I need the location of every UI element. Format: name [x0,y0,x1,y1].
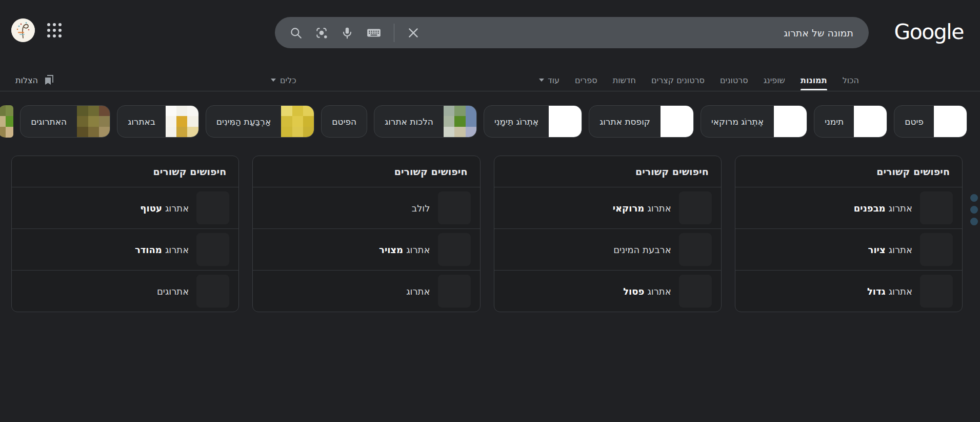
scroll-marker-dot[interactable] [970,206,978,214]
tab-more[interactable]: עוד [539,69,559,91]
google-lens-icon[interactable] [315,26,328,40]
tab-books[interactable]: ספרים [575,69,597,91]
scroll-marker-dot[interactable] [970,218,978,225]
chip-thumbnail [934,105,967,138]
related-search-item[interactable]: אתרוגמהודר [12,228,238,270]
search-type-tabs: הכול תמונות שופינג סרטונים סרטונים קצרים… [539,69,859,91]
chip-thumbnail [444,105,476,138]
profile-avatar[interactable] [11,18,35,42]
search-query-input[interactable]: תמונה של אתרוג [784,17,853,48]
google-logo[interactable]: Google [894,18,964,45]
tab-images[interactable]: תמונות [801,69,827,91]
tab-news[interactable]: חדשות [613,69,636,91]
tab-shopping[interactable]: שופינג [764,69,785,91]
chip-thumbnail [166,105,198,138]
item-thumbnail-placeholder [679,275,712,308]
related-search-item[interactable]: אתרוגמצויר [253,228,479,270]
item-thumbnail-placeholder [438,191,471,224]
chip-baetrog[interactable]: באתרוג [117,105,199,138]
scroll-marker-dot[interactable] [970,194,978,202]
chevron-down-icon [271,79,276,82]
item-thumbnail-placeholder [679,233,712,266]
search-icon[interactable] [289,26,303,40]
chip-haetrogim[interactable]: האתרוגים [20,105,110,138]
chip-teimani[interactable]: תימני [814,105,887,138]
tab-all[interactable]: הכול [843,69,859,91]
item-thumbnail-placeholder [920,191,953,224]
item-thumbnail-placeholder [920,233,953,266]
card-title: חיפושים קשורים [12,156,238,187]
related-search-item[interactable]: אתרוגעטוף [12,187,238,228]
google-images-results-page: תמונה של אתרוג Google הכול תמונות שופינג… [0,0,980,422]
related-search-item[interactable]: אתרוגגדול [735,270,962,312]
item-thumbnail-placeholder [196,275,229,308]
chip-etrog-teimani[interactable]: אֶתְרוֹג תֵּימָנִי [484,105,582,138]
chip-thumbnail [854,105,887,138]
item-thumbnail-placeholder [196,191,229,224]
chevron-down-icon [539,79,544,82]
item-thumbnail-placeholder [196,233,229,266]
related-search-item[interactable]: אתרוגים [12,270,238,312]
saved-collections-button[interactable]: הצלות [15,69,54,91]
tools-button[interactable]: כלים [271,69,296,91]
clear-icon[interactable] [407,26,420,40]
item-thumbnail-placeholder [679,191,712,224]
searchbar-divider [394,24,394,42]
related-search-item[interactable]: אתרוגפסול [494,270,721,312]
related-search-item[interactable]: אתרוג [253,270,479,312]
chip-hilchot-etrog[interactable]: הלכות אתרוג [374,105,477,138]
related-search-item[interactable]: אתרוגמרוקאי [494,187,721,228]
card-title: חיפושים קשורים [735,156,962,187]
related-searches-card: חיפושים קשורים אתרוגעטוף אתרוגמהודר אתרו… [11,156,239,312]
related-chips-row: פיטם תימני אֶתְרוֹג מרוקאי קופסת אתרוג א… [0,105,967,138]
tab-videos[interactable]: סרטונים [720,69,748,91]
related-search-item[interactable]: אתרוגמבפנים [735,187,962,228]
related-searches-card: חיפושים קשורים אתרוגמבפנים אתרוגציור אתר… [735,156,963,312]
chip-clipped-fragment[interactable] [0,105,13,138]
tab-short-videos[interactable]: סרטונים קצרים [651,69,705,91]
chip-thumbnail [661,105,693,138]
chip-thumbnail [77,105,110,138]
chip-thumbnail [774,105,807,138]
chip-thumbnail [281,105,314,138]
scrollbar-find-markers [970,194,978,225]
microphone-icon[interactable] [341,26,354,40]
chip-hapitam[interactable]: הפיטם [321,105,367,138]
chip-thumbnail [0,105,13,138]
keyboard-icon[interactable] [366,26,382,40]
item-thumbnail-placeholder [438,275,471,308]
related-searches-row: חיפושים קשורים אתרוגמבפנים אתרוגציור אתר… [11,156,963,312]
chip-thumbnail [549,105,582,138]
google-apps-grid-icon[interactable] [45,21,64,40]
chip-pitam[interactable]: פיטם [894,105,967,138]
related-searches-card: חיפושים קשורים לולב אתרוגמצויר אתרוג [252,156,480,312]
card-title: חיפושים קשורים [253,156,479,187]
bookmarks-icon [43,74,54,86]
chip-etrog-marokai[interactable]: אֶתְרוֹג מרוקאי [701,105,807,138]
related-search-item[interactable]: לולב [253,187,479,228]
item-thumbnail-placeholder [920,275,953,308]
item-thumbnail-placeholder [438,233,471,266]
chip-kufsat-etrog[interactable]: קופסת אתרוג [589,105,694,138]
related-searches-card: חיפושים קשורים אתרוגמרוקאי ארבעת המינים … [494,156,722,312]
search-bar[interactable]: תמונה של אתרוג [275,17,869,48]
avatar-tree-illustration [11,18,35,42]
card-title: חיפושים קשורים [494,156,721,187]
related-search-item[interactable]: אתרוגציור [735,228,962,270]
related-search-item[interactable]: ארבעת המינים [494,228,721,270]
chip-arbaat-haminim[interactable]: אַרְבַּעַת הַמִּינִים [206,105,315,138]
